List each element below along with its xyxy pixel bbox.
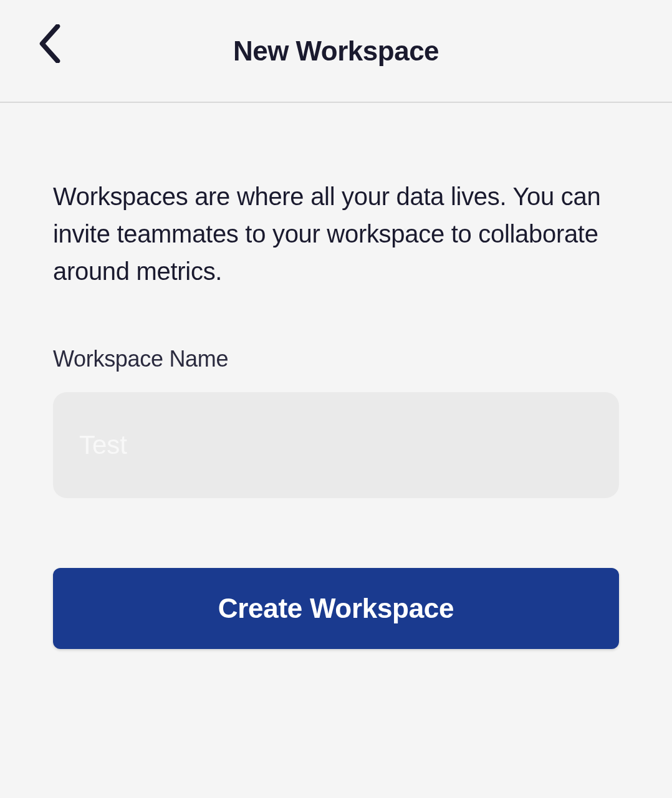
workspace-name-input[interactable] xyxy=(53,392,619,498)
description-text: Workspaces are where all your data lives… xyxy=(53,178,619,290)
back-button[interactable] xyxy=(34,26,65,64)
workspace-name-label: Workspace Name xyxy=(53,346,619,372)
chevron-left-icon xyxy=(38,24,62,65)
header: New Workspace xyxy=(0,0,672,103)
page-title: New Workspace xyxy=(233,36,439,67)
main-content: Workspaces are where all your data lives… xyxy=(0,103,672,649)
create-workspace-button[interactable]: Create Workspace xyxy=(53,568,619,649)
